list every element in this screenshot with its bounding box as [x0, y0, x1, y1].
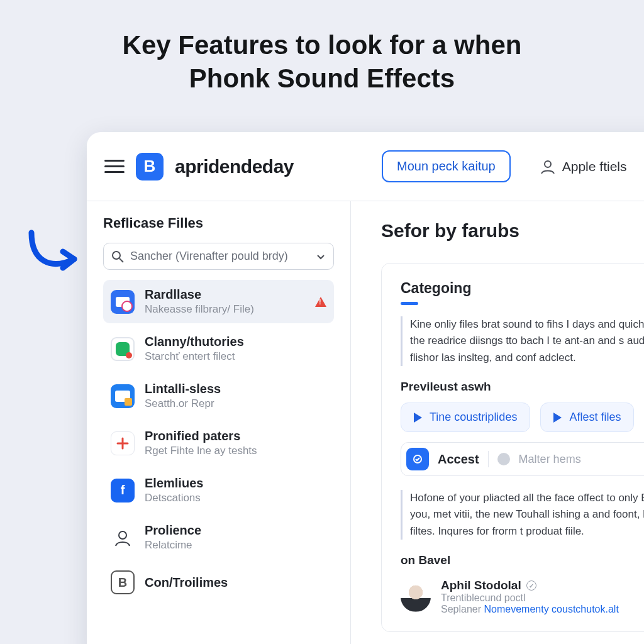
play-icon [414, 413, 422, 423]
content-card: Categoing Kine onliy files brat sound to… [381, 263, 644, 632]
card-subhead-2: on Bavel [401, 553, 644, 567]
status-icon [111, 337, 135, 361]
list-item-title: Elemliues [145, 476, 203, 491]
svg-point-3 [113, 252, 120, 259]
b-icon: B [111, 570, 135, 594]
author-meta: Seplaner Nomevementy coustchutok.alt [441, 604, 619, 615]
access-placeholder: Malter hems [519, 453, 581, 466]
brand-logo[interactable]: B [136, 153, 164, 180]
chip-row: Tine coustriplides Aflest files [401, 402, 644, 432]
list-item-title: Lintalli-sless [145, 382, 221, 396]
dim-icon [497, 453, 510, 465]
sidebar-item[interactable]: ProlienceRelatcime [103, 516, 334, 559]
list-item-subtitle: Detscations [145, 492, 203, 504]
author-link[interactable]: Nomevementy coustchutok.alt [484, 604, 619, 614]
list-item-subtitle: Starchť entert filect [145, 350, 244, 363]
list-item-subtitle: Rget Fihte lne ay teshts [145, 445, 257, 457]
list-item-title: Con/Troilimes [145, 575, 228, 590]
chip-tine[interactable]: Tine coustriplides [401, 402, 530, 432]
user-icon [111, 526, 135, 550]
list-item-title: Prolience [145, 523, 201, 538]
cta-button[interactable]: Moun peck kaitup [382, 150, 511, 182]
svg-point-0 [545, 161, 551, 167]
topbar: B apridendeday Moun peck kaitup Apple ft… [87, 132, 644, 201]
main-heading: Sefor by farubs [381, 220, 644, 242]
list-item-subtitle: Relatcime [145, 539, 201, 552]
card-title: Categoing [401, 280, 644, 297]
sidebar: Reflicase Filles Sancher (Virenafter pou… [87, 201, 351, 644]
calendar-icon [111, 384, 135, 408]
verified-icon: ✓ [526, 580, 536, 591]
nav-user[interactable]: Apple ftiels [540, 158, 627, 175]
list-item-title: Clanny/thutories [145, 335, 244, 349]
hero-title: Key Features to look for a when Phonk So… [0, 29, 644, 95]
app-window: B apridendeday Moun peck kaitup Apple ft… [87, 132, 644, 644]
list-item-subtitle: Seatth.or Repr [145, 397, 221, 410]
list-item-title: Rardllase [145, 287, 254, 302]
play-icon [553, 413, 562, 423]
svg-point-5 [119, 531, 126, 539]
chip-aflest[interactable]: Aflest files [540, 402, 634, 432]
author-byline: Aphil Stodolal ✓ Trentiblecund poctl Sep… [401, 579, 644, 615]
sidebar-item[interactable]: fElemliuesDetscations [103, 469, 334, 512]
card-paragraph-1: Kine onliy files brat sound to fihs I da… [401, 316, 644, 366]
access-label: Accest [438, 452, 479, 467]
sidebar-item[interactable]: BCon/Troilimes [103, 563, 334, 602]
sidebar-title: Reflicase Filles [103, 215, 334, 231]
access-icon [406, 448, 429, 470]
sidebar-search-placeholder: Sancher (Virenafter pould brdy) [130, 250, 309, 263]
search-icon [111, 250, 124, 263]
plus-icon [111, 431, 135, 455]
page-hero: Key Features to look for a when Phonk So… [0, 0, 644, 114]
brand-name: apridendeday [175, 156, 294, 177]
folder-icon [111, 290, 135, 314]
alert-icon [315, 297, 326, 307]
access-input-row[interactable]: Accest Malter hems [401, 442, 644, 476]
main-panel: Sefor by farubs Categoing Kine onliy fil… [351, 201, 644, 644]
sidebar-item[interactable]: Pronified patersRget Fihte lne ay teshts [103, 421, 334, 465]
author-name: Aphil Stodolal ✓ [441, 579, 619, 592]
accent-bar [401, 302, 418, 305]
card-paragraph-2: Hofone of your pliacted all the face off… [401, 490, 644, 540]
avatar [401, 582, 431, 612]
chevron-down-icon [316, 252, 326, 262]
menu-icon[interactable] [104, 157, 125, 177]
svg-line-4 [119, 258, 123, 262]
f-icon: f [111, 479, 135, 502]
sidebar-item[interactable]: RardllaseNakeasse filbrary/ File) [103, 280, 334, 323]
list-item-title: Pronified paters [145, 429, 257, 443]
list-item-subtitle: Nakeasse filbrary/ File) [145, 303, 254, 316]
card-subhead-1: Previleust aswh [401, 380, 644, 394]
callout-arrow-icon [25, 226, 88, 283]
sidebar-item[interactable]: Lintalli-slessSeatth.or Repr [103, 374, 334, 418]
author-role: Trentiblecund poctl [441, 592, 619, 604]
sidebar-item[interactable]: Clanny/thutoriesStarchť entert filect [103, 327, 334, 370]
sidebar-search-combo[interactable]: Sancher (Virenafter pould brdy) [103, 243, 334, 270]
user-icon [540, 158, 556, 175]
